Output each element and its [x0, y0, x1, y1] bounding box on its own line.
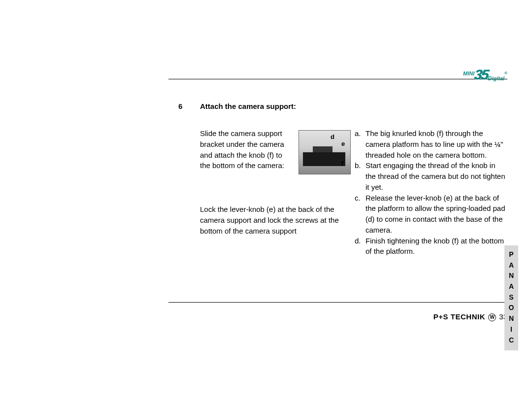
step-heading: 6 Attach the camera support: [168, 102, 507, 110]
logo-digital: Digital [488, 75, 504, 81]
step-title: Attach the camera support: [200, 102, 296, 110]
list-text: Release the lever-knob (e) at the back o… [366, 193, 507, 236]
side-tab-letter: N [504, 271, 518, 281]
list-text: The big knurled knob (f) through the cam… [366, 128, 507, 160]
list-item: d. Finish tightening the knob (f) at the… [355, 236, 507, 257]
logo-35: 35 [473, 67, 489, 83]
side-tab-letter: S [504, 292, 518, 303]
left-paragraph-2: Lock the lever-knob (e) at the back of t… [200, 179, 351, 236]
list-item: a. The big knurled knob (f) through the … [355, 128, 507, 160]
right-column: a. The big knurled knob (f) through the … [355, 128, 507, 257]
logo-mini: MINI [463, 70, 474, 76]
side-tab-letter: C [504, 335, 518, 346]
list-text: Start engaging the thread of the knob in… [366, 160, 507, 192]
left-column: d e f Slide the camera support bracket u… [168, 128, 351, 257]
figure-label-f: f [341, 159, 343, 169]
figure-label-d: d [331, 133, 334, 142]
side-tab-letter: N [504, 313, 518, 324]
instruction-list: a. The big knurled knob (f) through the … [355, 128, 507, 257]
header-rule [168, 79, 507, 79]
footer: P+S TECHNIK W 33 [168, 312, 507, 321]
left-paragraph-1: Slide the camera support bracket under t… [200, 129, 284, 170]
side-tab-letter: A [504, 281, 518, 292]
list-marker: b. [355, 160, 366, 192]
side-tab-letter: P [504, 249, 518, 260]
logo-registered: ® [504, 71, 507, 75]
step-number: 6 [168, 102, 200, 110]
footer-rule [168, 302, 507, 303]
side-tab-letter: A [504, 260, 518, 271]
footer-brand: P+S TECHNIK [433, 312, 485, 321]
figure-shape [303, 152, 345, 166]
columns: d e f Slide the camera support bracket u… [168, 128, 507, 257]
footer-w-icon: W [488, 313, 496, 321]
manual-page: MINI35Digital® 6 Attach the camera suppo… [168, 79, 507, 321]
side-tab-letter: O [504, 303, 518, 313]
list-text: Finish tightening the knob (f) at the bo… [366, 236, 507, 257]
list-marker: d. [355, 236, 366, 257]
list-marker: c. [355, 193, 366, 236]
list-marker: a. [355, 128, 366, 160]
list-item: b. Start engaging the thread of the knob… [355, 160, 507, 192]
side-tab-panasonic: P A N A S O N I C [504, 245, 518, 350]
list-item: c. Release the lever-knob (e) at the bac… [355, 193, 507, 236]
figure-camera-support: d e f [299, 130, 351, 174]
figure-label-e: e [341, 139, 345, 149]
side-tab-letter: I [504, 324, 518, 335]
content-area: 6 Attach the camera support: d e f Slide… [168, 102, 507, 257]
header-logo: MINI35Digital® [463, 67, 507, 83]
